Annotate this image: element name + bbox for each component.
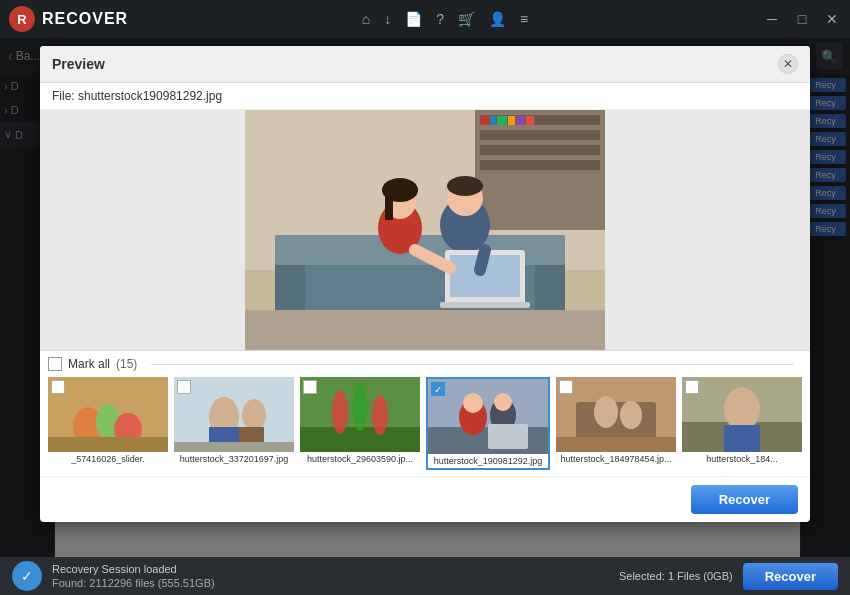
menu-icon[interactable]: ≡ xyxy=(520,11,528,27)
svg-rect-59 xyxy=(556,437,676,452)
help-icon[interactable]: ? xyxy=(436,11,444,27)
modal-close-button[interactable]: ✕ xyxy=(778,54,798,74)
home-icon[interactable]: ⌂ xyxy=(362,11,370,27)
svg-point-45 xyxy=(332,390,348,434)
file-icon[interactable]: 📄 xyxy=(405,11,422,27)
svg-rect-28 xyxy=(440,302,530,308)
svg-rect-36 xyxy=(48,437,168,452)
thumb-check-5[interactable] xyxy=(559,380,573,394)
preview-modal: Preview ✕ File: shutterstock190981292.jp… xyxy=(40,46,810,522)
app-title: RECOVER xyxy=(42,10,128,28)
svg-rect-14 xyxy=(526,116,534,125)
svg-rect-13 xyxy=(516,116,525,125)
svg-rect-10 xyxy=(490,116,496,125)
app-logo-icon: R xyxy=(8,5,36,33)
close-icon: ✕ xyxy=(783,57,793,71)
maximize-button[interactable]: □ xyxy=(792,11,812,27)
svg-rect-31 xyxy=(245,310,605,350)
recover-main-button[interactable]: Recover xyxy=(743,563,838,590)
user-icon[interactable]: 👤 xyxy=(489,11,506,27)
minimize-button[interactable]: ─ xyxy=(762,11,782,27)
modal-filename: File: shutterstock190981292.jpg xyxy=(40,83,810,110)
svg-point-62 xyxy=(724,387,760,431)
svg-rect-12 xyxy=(508,116,515,125)
thumb-name-3: hutterstock_29603590.jp... xyxy=(300,452,420,466)
titlebar: R RECOVER ⌂ ↓ 📄 ? 🛒 👤 ≡ ─ □ ✕ xyxy=(0,0,850,38)
session-status: Recovery Session loaded xyxy=(52,563,215,575)
thumbnail-item-3[interactable]: hutterstock_29603590.jp... xyxy=(300,377,420,470)
svg-point-58 xyxy=(620,401,642,429)
modal-footer: Recover xyxy=(40,476,810,522)
svg-rect-42 xyxy=(174,442,294,452)
modal-image-area xyxy=(40,110,810,350)
download-icon[interactable]: ↓ xyxy=(384,11,391,27)
titlebar-nav-icons: ⌂ ↓ 📄 ? 🛒 👤 ≡ xyxy=(362,11,528,27)
svg-rect-6 xyxy=(480,130,600,140)
thumbnail-strip: Mark all (15) xyxy=(40,350,810,476)
svg-rect-54 xyxy=(488,424,528,449)
svg-rect-25 xyxy=(385,190,393,220)
thumb-image-1 xyxy=(48,377,168,452)
svg-rect-9 xyxy=(481,116,489,125)
status-right: Selected: 1 Files (0GB) Recover xyxy=(619,563,838,590)
statusbar: ✓ Recovery Session loaded Found: 2112296… xyxy=(0,557,850,595)
svg-rect-8 xyxy=(480,160,600,170)
mark-all-checkbox[interactable] xyxy=(48,357,62,371)
svg-point-46 xyxy=(353,383,367,431)
thumb-image-5 xyxy=(556,377,676,452)
preview-image xyxy=(245,110,605,350)
selected-info: Selected: 1 Files (0GB) xyxy=(619,570,733,582)
thumb-check-1[interactable] xyxy=(51,380,65,394)
thumb-check-2[interactable] xyxy=(177,380,191,394)
thumb-name-4: hutterstock_190981292.jpg xyxy=(428,454,548,468)
thumb-image-3 xyxy=(300,377,420,452)
window-controls: ─ □ ✕ xyxy=(762,11,842,27)
mark-all-row: Mark all (15) xyxy=(48,357,802,371)
recover-modal-button[interactable]: Recover xyxy=(691,485,798,514)
svg-text:R: R xyxy=(17,12,27,27)
svg-point-51 xyxy=(463,393,483,413)
svg-point-40 xyxy=(242,399,266,431)
thumb-image-2 xyxy=(174,377,294,452)
cart-icon[interactable]: 🛒 xyxy=(458,11,475,27)
thumb-name-2: hutterstock_337201697.jpg xyxy=(174,452,294,466)
status-check-icon: ✓ xyxy=(12,561,42,591)
thumbnail-item-1[interactable]: _57416026_slider. xyxy=(48,377,168,470)
thumbnail-item-2[interactable]: hutterstock_337201697.jpg xyxy=(174,377,294,470)
close-button[interactable]: ✕ xyxy=(822,11,842,27)
thumb-name-6: hutterstock_184... xyxy=(682,452,802,466)
svg-point-21 xyxy=(447,176,483,196)
svg-rect-11 xyxy=(497,116,507,125)
thumb-check-6[interactable] xyxy=(685,380,699,394)
mark-all-label: Mark all xyxy=(68,357,110,371)
app-branding: R RECOVER xyxy=(8,5,128,33)
thumb-check-3[interactable] xyxy=(303,380,317,394)
found-files: Found: 2112296 files (555.51GB) xyxy=(52,577,215,589)
count-badge: (15) xyxy=(116,357,137,371)
thumb-name-1: _57416026_slider. xyxy=(48,452,168,466)
svg-point-57 xyxy=(594,396,618,428)
thumb-name-5: hutterstock_184978454.jp... xyxy=(556,452,676,466)
svg-rect-63 xyxy=(724,425,760,452)
thumbnail-item-5[interactable]: hutterstock_184978454.jp... xyxy=(556,377,676,470)
thumbnail-scroll: _57416026_slider. xyxy=(48,377,802,470)
modal-title: Preview xyxy=(52,56,105,72)
svg-line-30 xyxy=(480,250,485,270)
thumb-image-4 xyxy=(428,379,548,454)
svg-point-47 xyxy=(372,395,388,435)
modal-overlay: Preview ✕ File: shutterstock190981292.jp… xyxy=(0,38,850,557)
svg-point-53 xyxy=(494,393,512,411)
svg-rect-7 xyxy=(480,145,600,155)
thumbnail-item-6[interactable]: hutterstock_184... xyxy=(682,377,802,470)
thumbnail-item-4[interactable]: ✓ hutterstock_190981292.jpg xyxy=(426,377,550,470)
thumb-image-6 xyxy=(682,377,802,452)
thumb-check-4[interactable]: ✓ xyxy=(431,382,445,396)
modal-header: Preview ✕ xyxy=(40,46,810,83)
status-info: Recovery Session loaded Found: 2112296 f… xyxy=(52,563,215,589)
